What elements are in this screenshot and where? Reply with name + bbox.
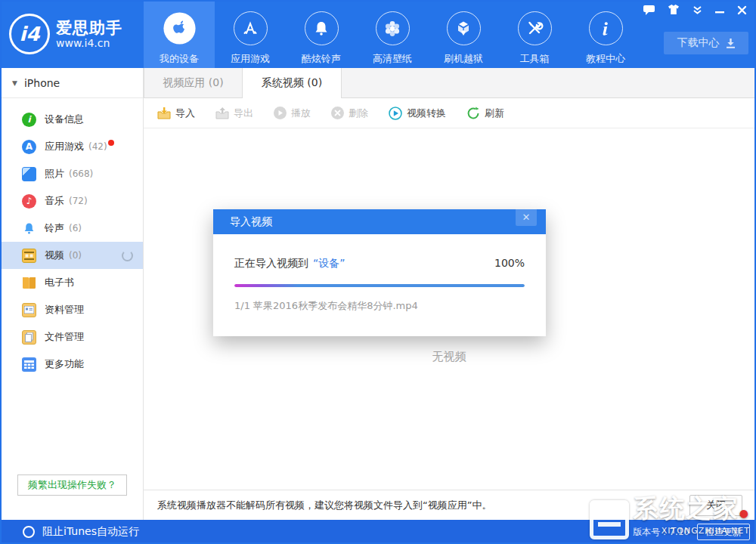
sidebar-item-label: 设备信息 (45, 113, 84, 126)
progress-bar-fill (234, 284, 525, 287)
bell-icon (22, 221, 36, 236)
sidebar-item-music[interactable]: ♪ 音乐 (72) (2, 187, 143, 215)
version-text: 版本号：7.10 (633, 526, 689, 539)
device-header[interactable]: ▼ iPhone (2, 68, 143, 98)
toolbar-label: 刷新 (485, 107, 504, 120)
status-bar: 系统视频播放器不能解码所有视频，建议您将视频文件导入到“视频应用”中。 关闭 (144, 490, 754, 520)
sidebar-item-label: 音乐 (45, 194, 64, 208)
export-button[interactable]: 导出 (215, 107, 253, 120)
nav-label: 教程中心 (586, 52, 625, 66)
toolbar-label: 导入 (175, 107, 195, 120)
brand: i4 爱思助手 www.i4.cn (0, 0, 144, 68)
sidebar-item-ringtones[interactable]: 铃声 (6) (2, 215, 143, 242)
nav-wallpapers[interactable]: 高清壁纸 (357, 0, 428, 68)
import-video-dialog: 导入视频 ✕ 正在导入视频到 “设备” 100% 1/1 苹果2016秋季发布会… (213, 209, 546, 336)
sidebar-item-label: 应用游戏 (45, 140, 84, 153)
tab-video-apps[interactable]: 视频应用 (0) (144, 68, 243, 97)
toolbar-label: 导出 (234, 107, 253, 120)
bell-icon (305, 11, 339, 45)
apple-icon (163, 11, 197, 45)
import-button[interactable]: 导入 (157, 107, 195, 120)
sidebar-item-more-features[interactable]: 更多功能 (2, 351, 143, 378)
tab-bar: 视频应用 (0) 系统视频 (0) (144, 68, 754, 98)
sidebar-item-label: 文件管理 (45, 330, 84, 344)
sidebar-item-ebooks[interactable]: 电子书 (2, 269, 143, 296)
toolbar-label: 播放 (291, 107, 311, 120)
item-count: (6) (69, 223, 82, 233)
check-update-button[interactable]: 检查更新 (697, 524, 750, 540)
nav-label: 高清壁纸 (373, 52, 412, 66)
nav-tutorials[interactable]: 教程中心 (570, 0, 641, 68)
sidebar-item-videos[interactable]: 视频 (0) (2, 242, 143, 269)
dialog-body: 正在导入视频到 “设备” 100% 1/1 苹果2016秋季发布会精华8分钟.m… (213, 234, 546, 313)
item-count: (668) (69, 168, 93, 179)
main-nav: 我的设备 应用游戏 酷炫铃声 (144, 0, 641, 68)
import-icon (157, 107, 171, 119)
collapse-arrow-icon: ▼ (12, 79, 17, 87)
nav-toolbox[interactable]: 工具箱 (499, 0, 570, 68)
sidebar-item-label: 视频 (45, 249, 64, 262)
tools-icon (518, 11, 552, 45)
device-info-icon: i (22, 113, 36, 127)
play-button[interactable]: 播放 (274, 107, 311, 120)
delete-icon (331, 107, 344, 119)
appstore-icon: A (22, 140, 36, 154)
sidebar-item-label: 铃声 (45, 221, 64, 235)
menu-chevron-icon[interactable] (692, 5, 702, 14)
refresh-icon (466, 107, 480, 120)
nav-label: 工具箱 (520, 52, 550, 66)
header: i4 爱思助手 www.i4.cn 我的设备 应用游戏 (0, 0, 756, 68)
window-controls (643, 5, 747, 15)
dialog-title: 导入视频 (230, 215, 272, 229)
block-itunes-label: 阻止iTunes自动运行 (42, 525, 139, 539)
progress-bar (234, 284, 525, 287)
documents-icon (22, 330, 36, 345)
sidebar-item-device-info[interactable]: i 设备信息 (2, 106, 143, 133)
theme-icon[interactable] (668, 5, 680, 15)
nav-apps-games[interactable]: 应用游戏 (215, 0, 286, 68)
dialog-title-bar: 导入视频 ✕ (213, 209, 546, 234)
dialog-close-icon[interactable]: ✕ (516, 208, 537, 226)
progress-label: 正在导入视频到 (234, 257, 308, 270)
footer-right: 版本号：7.10 检查更新 (633, 524, 750, 540)
nav-ringtones[interactable]: 酷炫铃声 (286, 0, 357, 68)
minimize-icon[interactable] (715, 5, 724, 14)
music-icon: ♪ (22, 194, 36, 209)
toolbar: 导入 导出 播放 删除 视频转换 刷新 (144, 98, 754, 128)
info-icon (589, 11, 623, 45)
delete-button[interactable]: 删除 (331, 107, 368, 120)
download-center-button[interactable]: 下载中心 (664, 32, 748, 54)
sidebar-item-label: 电子书 (45, 276, 74, 289)
feedback-icon[interactable] (643, 5, 655, 15)
tab-system-videos[interactable]: 系统视频 (0) (243, 68, 342, 98)
video-icon (22, 249, 36, 263)
footer-bar: 阻止iTunes自动运行 版本号：7.10 检查更新 (0, 520, 756, 544)
app-logo-icon: i4 (9, 14, 50, 54)
nav-label: 酷炫铃声 (302, 52, 341, 66)
sidebar-item-label: 照片 (45, 167, 64, 181)
sidebar-item-file-management[interactable]: 文件管理 (2, 323, 143, 351)
toolbar-label: 视频转换 (407, 107, 446, 120)
item-count: (0) (69, 250, 82, 261)
importing-file-name: 1/1 苹果2016秋季发布会精华8分钟.mp4 (234, 299, 525, 313)
nav-label: 刷机越狱 (444, 52, 483, 66)
sidebar-item-photos[interactable]: 照片 (668) (2, 160, 143, 187)
convert-icon (389, 107, 402, 120)
video-convert-button[interactable]: 视频转换 (389, 107, 446, 120)
block-itunes-toggle[interactable]: 阻止iTunes自动运行 (0, 525, 139, 539)
device-name: iPhone (24, 77, 60, 89)
nav-flash-jailbreak[interactable]: 刷机越狱 (428, 0, 499, 68)
flower-icon (376, 11, 410, 45)
sidebar-item-data-management[interactable]: 资料管理 (2, 296, 143, 323)
sidebar-item-apps[interactable]: A 应用游戏 (42) (2, 133, 143, 160)
progress-target: “设备” (313, 257, 345, 270)
progress-status-row: 正在导入视频到 “设备” 100% (234, 257, 525, 270)
nav-my-device[interactable]: 我的设备 (144, 0, 215, 68)
operation-failed-help-button[interactable]: 频繁出现操作失败？ (17, 474, 127, 496)
status-message: 系统视频播放器不能解码所有视频，建议您将视频文件导入到“视频应用”中。 (157, 499, 689, 512)
refresh-button[interactable]: 刷新 (466, 107, 504, 120)
close-panel-button[interactable]: 关闭 (689, 495, 742, 516)
sidebar: ▼ iPhone i 设备信息 A 应用游戏 (42) 照片 (668) ♪ (2, 68, 144, 520)
close-icon[interactable] (737, 5, 747, 15)
toolbar-label: 删除 (349, 107, 368, 120)
